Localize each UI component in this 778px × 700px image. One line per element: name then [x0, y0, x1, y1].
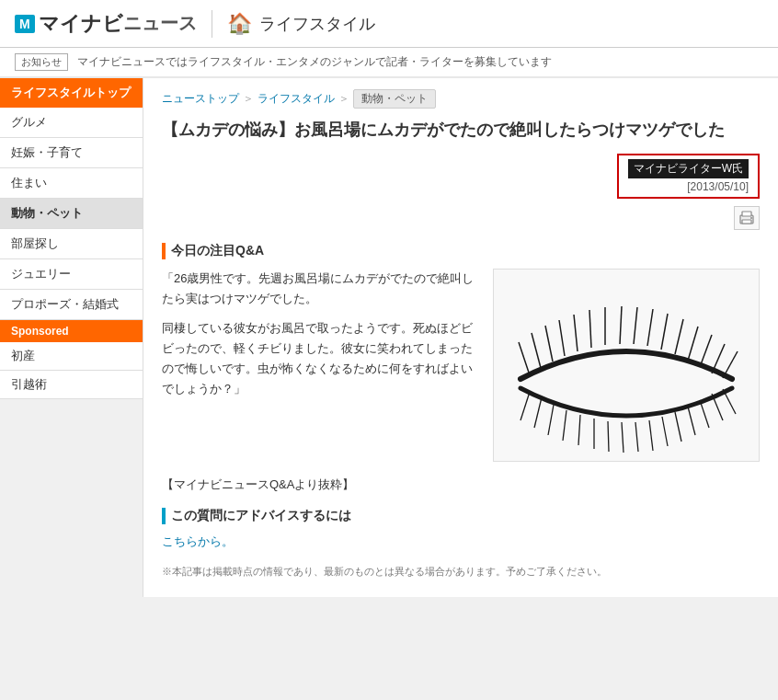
- svg-line-28: [635, 422, 638, 452]
- sidebar-item-jewelry[interactable]: ジュエリー: [0, 259, 143, 290]
- advice-bar-icon: [162, 508, 166, 524]
- notice-label: お知らせ: [15, 53, 68, 71]
- svg-line-13: [647, 309, 653, 346]
- author-date: [2013/05/10]: [687, 180, 749, 193]
- source-link[interactable]: 【マイナビニュースQ&Aより抜粋】: [162, 476, 760, 493]
- disclaimer: ※本記事は掲載時点の情報であり、最新のものとは異なる場合があります。予めご了承く…: [162, 565, 760, 579]
- body-text-1: 「26歳男性です。先週お風呂場にムカデがでたので絶叫したら実はつけマツゲでした。: [162, 269, 478, 309]
- svg-line-16: [688, 327, 698, 361]
- logo-mynavi[interactable]: M マイナビニュース: [15, 10, 197, 38]
- advice-heading: この質問にアドバイスするには: [162, 508, 760, 524]
- breadcrumb: ニューストップ ＞ ライフスタイル ＞ 動物・ペット: [162, 89, 760, 109]
- page-header: M マイナビニュース 🏠 ライフスタイル: [0, 0, 778, 48]
- notice-text: マイナビニュースではライフスタイル・エンタメのジャンルで記者・ライターを募集して…: [77, 54, 552, 70]
- svg-line-5: [532, 333, 541, 368]
- article-image: [493, 269, 760, 462]
- sidebar-item-housing[interactable]: 住まい: [0, 168, 143, 199]
- svg-line-23: [563, 410, 566, 441]
- svg-line-27: [622, 422, 624, 453]
- sidebar-item-wedding[interactable]: プロポーズ・結婚式: [0, 290, 143, 320]
- mynavi-icon: M: [15, 15, 35, 33]
- sidebar-item-pets[interactable]: 動物・ペット: [0, 199, 143, 229]
- svg-line-29: [649, 420, 653, 451]
- advice-heading-label: この質問にアドバイスするには: [171, 508, 351, 524]
- svg-line-6: [545, 326, 553, 361]
- content-area: ニューストップ ＞ ライフスタイル ＞ 動物・ペット 【ムカデの悩み】お風呂場に…: [143, 78, 778, 597]
- author-box-wrapper: マイナビライターW氏 [2013/05/10]: [162, 154, 760, 199]
- article-text: 「26歳男性です。先週お風呂場にムカデがでたので絶叫したら実はつけマツゲでした。…: [162, 269, 478, 462]
- svg-line-12: [634, 307, 637, 344]
- svg-line-24: [578, 415, 580, 445]
- sidebar-item-roomsearch[interactable]: 部屋探し: [0, 229, 143, 259]
- svg-line-33: [700, 400, 709, 428]
- breadcrumb-news-top[interactable]: ニューストップ: [162, 91, 239, 107]
- svg-line-31: [675, 412, 681, 442]
- author-box: マイナビライターW氏 [2013/05/10]: [617, 154, 760, 199]
- print-button[interactable]: [734, 206, 760, 230]
- article-title: 【ムカデの悩み】お風呂場にムカデがでたので絶叫したらつけマツゲでした: [162, 118, 760, 143]
- breadcrumb-tag-pets[interactable]: 動物・ペット: [353, 89, 436, 109]
- svg-line-9: [589, 310, 591, 348]
- notice-bar: お知らせ マイナビニュースではライフスタイル・エンタメのジャンルで記者・ライター…: [0, 48, 778, 78]
- logo-text-news: ニュース: [123, 11, 197, 36]
- breadcrumb-sep-1: ＞: [243, 91, 254, 107]
- header-separator: [212, 10, 212, 38]
- sidebar-item-gourmet[interactable]: グルメ: [0, 108, 143, 138]
- svg-line-21: [534, 397, 542, 428]
- svg-line-17: [700, 335, 712, 367]
- sidebar-item-firstbirth[interactable]: 初産: [0, 342, 143, 371]
- section-bar-icon: [162, 243, 166, 259]
- svg-line-22: [548, 405, 554, 435]
- svg-rect-1: [742, 212, 751, 216]
- svg-point-3: [750, 217, 752, 219]
- section-qa-heading: 今日の注目Q&A: [162, 243, 760, 259]
- svg-line-14: [661, 314, 668, 350]
- svg-line-18: [712, 344, 725, 373]
- svg-line-4: [519, 342, 530, 375]
- sidebar-top-item[interactable]: ライフスタイルトップ: [0, 78, 143, 108]
- breadcrumb-lifestyle[interactable]: ライフスタイル: [257, 91, 335, 107]
- breadcrumb-sep-2: ＞: [338, 91, 349, 107]
- svg-line-26: [608, 421, 609, 452]
- svg-line-19: [723, 351, 738, 378]
- logo-text-main: マイナビ: [39, 10, 123, 38]
- sidebar: ライフスタイルトップ グルメ 妊娠・子育て 住まい 動物・ペット 部屋探し ジュ…: [0, 78, 143, 597]
- body-text-2: 同棲している彼女がお風呂で取ったようです。死ぬほどビビったので、軽くチビりました…: [162, 318, 478, 399]
- sidebar-item-moving[interactable]: 引越術: [0, 371, 143, 399]
- print-icon-wrapper: [162, 206, 760, 230]
- svg-line-11: [620, 306, 622, 344]
- house-icon: 🏠: [227, 12, 252, 36]
- svg-line-20: [521, 392, 530, 420]
- main-container: ライフスタイルトップ グルメ 妊娠・子育て 住まい 動物・ペット 部屋探し ジュ…: [0, 78, 778, 597]
- svg-line-32: [688, 407, 695, 435]
- eyelash-svg: [502, 278, 750, 453]
- svg-line-35: [723, 389, 736, 414]
- svg-line-8: [574, 315, 578, 351]
- svg-line-7: [559, 320, 565, 356]
- advice-link[interactable]: こちらから。: [162, 534, 760, 550]
- author-name: マイナビライターW氏: [628, 159, 749, 178]
- logo-lifestyle: 🏠 ライフスタイル: [227, 12, 375, 36]
- sidebar-item-pregnancy[interactable]: 妊娠・子育て: [0, 138, 143, 168]
- svg-line-15: [675, 319, 683, 354]
- section-qa-label: 今日の注目Q&A: [171, 243, 264, 259]
- article-body: 「26歳男性です。先週お風呂場にムカデがでたので絶叫したら実はつけマツゲでした。…: [162, 269, 760, 462]
- svg-rect-2: [742, 220, 751, 224]
- sponsored-header: Sponsored: [0, 320, 143, 342]
- svg-line-30: [662, 417, 668, 446]
- lifestyle-label: ライフスタイル: [259, 13, 375, 35]
